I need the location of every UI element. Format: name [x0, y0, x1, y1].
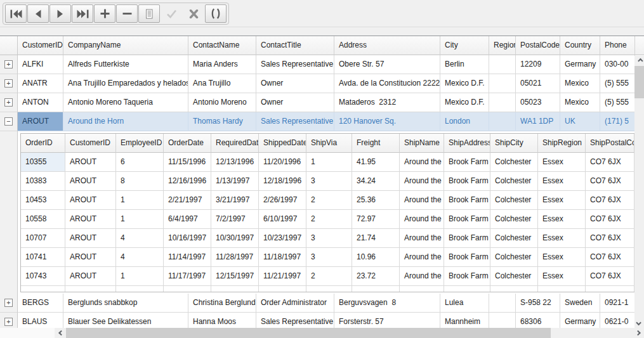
detail-cell-10383-shipregion[interactable]: Essex [538, 172, 586, 191]
vertical-scrollbar-thumb[interactable] [634, 66, 644, 98]
order-row-10558[interactable]: 10558AROUT16/4/19977/2/19976/10/1997272.… [21, 210, 634, 229]
detail-cell-10355-freight[interactable]: 41.95 [352, 153, 400, 172]
horizontal-scrollbar[interactable] [0, 328, 644, 338]
detail-cell-10707-customerid[interactable]: AROUT [65, 229, 116, 248]
column-header-country[interactable]: Country [560, 36, 600, 55]
column-header-city[interactable]: City [440, 36, 489, 55]
column-header-contacttitle[interactable]: ContactTitle [256, 36, 334, 55]
detail-cell-10741-employeeid[interactable]: 4 [116, 248, 164, 267]
detail-cell-10558-freight[interactable]: 72.97 [352, 210, 400, 229]
order-row-10383[interactable]: 10383AROUT812/16/19961/13/199712/18/1996… [21, 172, 634, 191]
detail-cell-10741-customerid[interactable]: AROUT [65, 248, 116, 267]
cell-arout-postalcode[interactable]: WA1 1DP [516, 112, 560, 131]
row-header-cell[interactable]: + [0, 93, 18, 112]
cell-alfki-phone[interactable]: 030-00 [600, 55, 635, 74]
cell-arout-contactname[interactable]: Thomas Hardy [188, 112, 256, 131]
cell-arout-customerid[interactable]: AROUT [18, 112, 63, 131]
detail-cell-10383-freight[interactable]: 34.24 [352, 172, 400, 191]
detail-column-header-shippeddate[interactable]: ShippedDate [259, 134, 306, 153]
vertical-scrollbar[interactable] [634, 56, 644, 328]
detail-cell-10741-requireddate[interactable]: 11/28/1997 [211, 248, 259, 267]
detail-column-header-shippostalcode[interactable]: ShipPostalCode [586, 134, 634, 153]
column-header-address[interactable]: Address [334, 36, 440, 55]
detail-cell-10743-shipregion[interactable]: Essex [538, 267, 586, 286]
cell-bergs-address[interactable]: Berguvsvagen 8 [334, 294, 440, 313]
cell-alfki-country[interactable]: Germany [560, 55, 600, 74]
row-header-corner[interactable] [0, 36, 18, 55]
detail-cell-10743-customerid[interactable]: AROUT [65, 267, 116, 286]
detail-cell-10558-customerid[interactable]: AROUT [65, 210, 116, 229]
column-header-contactname[interactable]: ContactName [188, 36, 256, 55]
cell-bergs-postalcode[interactable]: S-958 22 [516, 294, 560, 313]
cell-anatr-region[interactable] [489, 74, 516, 93]
detail-cell-10558-shippeddate[interactable]: 6/10/1997 [259, 210, 306, 229]
cell-bergs-country[interactable]: Sweden [560, 294, 600, 313]
detail-cell-10558-shippostalcode[interactable]: CO7 6JX [586, 210, 634, 229]
cell-anton-region[interactable] [489, 93, 516, 112]
cell-arout-region[interactable] [489, 112, 516, 131]
detail-cell-10383-shipname[interactable]: Around the H [400, 172, 444, 191]
detail-cell-10741-shipcity[interactable]: Colchester [490, 248, 538, 267]
column-header-companyname[interactable]: CompanyName [63, 36, 188, 55]
detail-cell-10707-orderdate[interactable]: 10/16/1997 [164, 229, 211, 248]
detail-cell-10741-shipregion[interactable]: Essex [538, 248, 586, 267]
cell-alfki-contacttitle[interactable]: Sales Representative [256, 55, 334, 74]
detail-cell-10355-shippeddate[interactable]: 11/20/1996 [259, 153, 306, 172]
cell-anatr-postalcode[interactable]: 05021 [516, 74, 560, 93]
detail-column-header-orderdate[interactable]: OrderDate [164, 134, 211, 153]
detail-cell-10355-customerid[interactable]: AROUT [65, 153, 116, 172]
detail-cell-10453-employeeid[interactable]: 1 [116, 191, 164, 210]
detail-cell-10707-shipcity[interactable]: Colchester [490, 229, 538, 248]
cell-alfki-contactname[interactable]: Maria Anders [188, 55, 256, 74]
cell-anton-city[interactable]: Mexico D.F. [440, 93, 489, 112]
cell-anton-contactname[interactable]: Antonio Moreno [188, 93, 256, 112]
detail-cell-10707-employeeid[interactable]: 4 [116, 229, 164, 248]
detail-cell-10383-requireddate[interactable]: 1/13/1997 [211, 172, 259, 191]
detail-cell-10355-shippostalcode[interactable]: CO7 6JX [586, 153, 634, 172]
order-row-10355[interactable]: 10355AROUT611/15/199612/13/199611/20/199… [21, 153, 634, 172]
cell-anton-contacttitle[interactable]: Owner [256, 93, 334, 112]
scroll-up-button[interactable] [634, 56, 644, 66]
expand-icon[interactable]: + [4, 98, 13, 107]
order-row-10707[interactable]: 10707AROUT410/16/199710/30/199710/23/199… [21, 229, 634, 248]
detail-cell-10558-shipcity[interactable]: Colchester [490, 210, 538, 229]
detail-cell-10558-shipname[interactable]: Around the H [400, 210, 444, 229]
detail-cell-10383-orderdate[interactable]: 12/16/1996 [164, 172, 211, 191]
detail-cell-10383-customerid[interactable]: AROUT [65, 172, 116, 191]
detail-cell-10383-shipvia[interactable]: 3 [306, 172, 352, 191]
cell-alfki-address[interactable]: Obere Str. 57 [334, 55, 440, 74]
detail-cell-10743-shipcity[interactable]: Colchester [490, 267, 538, 286]
detail-cell-10453-orderid[interactable]: 10453 [21, 191, 65, 210]
cell-alfki-region[interactable] [489, 55, 516, 74]
detail-cell-10558-employeeid[interactable]: 1 [116, 210, 164, 229]
detail-cell-10453-shippostalcode[interactable]: CO7 6JX [586, 191, 634, 210]
cell-anatr-city[interactable]: Mexico D.F. [440, 74, 489, 93]
detail-cell-10383-shippostalcode[interactable]: CO7 6JX [586, 172, 634, 191]
detail-cell-10743-freight[interactable]: 23.72 [352, 267, 400, 286]
detail-cell-10453-requireddate[interactable]: 3/21/1997 [211, 191, 259, 210]
detail-cell-10743-orderdate[interactable]: 11/17/1997 [164, 267, 211, 286]
detail-cell-10383-orderid[interactable]: 10383 [21, 172, 65, 191]
row-header-cell[interactable]: + [0, 55, 18, 74]
cell-anton-postalcode[interactable]: 05023 [516, 93, 560, 112]
detail-cell-10355-requireddate[interactable]: 12/13/1996 [211, 153, 259, 172]
detail-cell-10383-shipaddress[interactable]: Brook Farm S [444, 172, 490, 191]
detail-cell-10355-orderid[interactable]: 10355 [21, 153, 65, 172]
customer-row-alfki[interactable]: +ALFKIAlfreds FutterkisteMaria AndersSal… [0, 55, 644, 74]
column-header-postalcode[interactable]: PostalCode [516, 36, 560, 55]
cell-alfki-customerid[interactable]: ALFKI [18, 55, 63, 74]
detail-cell-10453-shipregion[interactable]: Essex [538, 191, 586, 210]
detail-cell-10558-shipregion[interactable]: Essex [538, 210, 586, 229]
column-header-customerid[interactable]: CustomerID [18, 36, 63, 55]
cell-anatr-contactname[interactable]: Ana Trujillo [188, 74, 256, 93]
detail-cell-10558-requireddate[interactable]: 7/2/1997 [211, 210, 259, 229]
customer-row-anton[interactable]: +ANTONAntonio Moreno TaqueriaAntonio Mor… [0, 93, 644, 112]
detail-column-header-customerid[interactable]: CustomerID [65, 134, 116, 153]
column-header-region[interactable]: Region [489, 36, 516, 55]
row-header-cell[interactable]: + [0, 74, 18, 93]
detail-cell-10707-shipaddress[interactable]: Brook Farm S [444, 229, 490, 248]
move-next-button[interactable] [49, 4, 71, 23]
detail-column-header-requireddate[interactable]: RequiredDate [211, 134, 259, 153]
detail-cell-10743-shipaddress[interactable]: Brook Farm S [444, 267, 490, 286]
add-record-button[interactable] [94, 4, 115, 23]
